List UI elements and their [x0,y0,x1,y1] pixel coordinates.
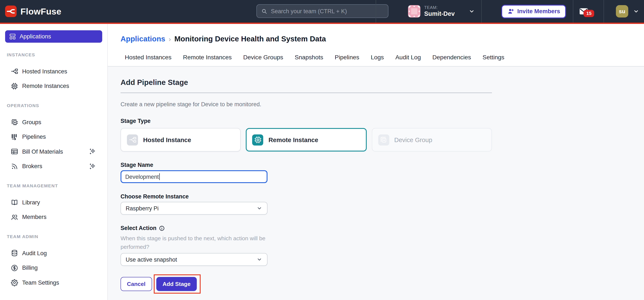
user-plus-icon [507,8,514,15]
tab-settings[interactable]: Settings [482,54,504,61]
section-title: INSTANCES [7,52,107,57]
sidebar-item-audit-log[interactable]: Audit Log [0,246,107,260]
section-title: TEAM ADMIN [7,234,107,239]
sidebar-item-hosted-instances[interactable]: Hosted Instances [0,64,107,79]
select-action-help: When this stage is pushed to the next, w… [120,234,283,251]
breadcrumb: Applications › Monitoring Device Health … [120,35,644,44]
option-label: Device Group [394,136,432,143]
sidebar-item-label: Audit Log [22,250,47,256]
chevron-down-icon [256,205,262,211]
add-pipeline-stage-form: Add Pipeline Stage Create a new pipeline… [108,67,644,293]
tab-dependencies[interactable]: Dependencies [432,54,471,61]
cancel-button[interactable]: Cancel [120,277,152,291]
info-icon[interactable] [159,225,165,231]
sidebar-item-remote-instances[interactable]: Remote Instances [0,79,107,93]
pipelines-icon [11,133,18,141]
stage-type-device-group: Device Group [372,128,492,152]
search-input[interactable] [271,8,384,14]
tab-remote-instances[interactable]: Remote Instances [183,54,232,61]
sidebar: Applications INSTANCES Hosted Instances [0,24,108,300]
section-title: OPERATIONS [7,103,107,108]
pipe-fork-icon [127,134,138,145]
stage-name-input[interactable]: Development [120,170,268,183]
main-header: Applications › Monitoring Device Health … [108,24,644,67]
sidebar-item-pipelines[interactable]: Pipelines [0,129,107,144]
sidebar-item-bill-of-materials[interactable]: Bill Of Materials [0,144,107,159]
invite-members-label: Invite Members [517,8,560,15]
stage-type-label: Stage Type [120,118,492,124]
sidebar-item-label: Bill Of Materials [22,148,63,155]
selected-value: Raspberry Pi [126,205,159,211]
stage-type-remote-instance[interactable]: Remote Instance [246,128,367,152]
book-icon [11,199,18,206]
tab-audit-log[interactable]: Audit Log [395,54,421,61]
team-picker[interactable]: TEAM: Sumit-Dev [408,5,475,18]
sidebar-section-operations: OPERATIONS Groups [0,103,107,174]
main-content: Applications › Monitoring Device Health … [108,24,644,300]
user-menu[interactable]: su [616,5,639,18]
chevron-down-icon [468,8,475,15]
team-name: Sumit-Dev [424,10,455,17]
action-select[interactable]: Use active snapshot [120,253,268,266]
sidebar-item-groups[interactable]: Groups [0,115,107,129]
device-group-icon [378,134,389,145]
tab-pipelines[interactable]: Pipelines [335,54,359,61]
sidebar-item-library[interactable]: Library [0,195,107,210]
sidebar-item-members[interactable]: Members [0,210,107,224]
divider [120,93,492,93]
option-label: Remote Instance [268,136,318,143]
notification-badge: 15 [584,10,594,17]
gear-icon [11,279,18,286]
breadcrumb-separator: › [169,35,171,43]
sidebar-section-instances: INSTANCES Hosted Instances [0,52,107,93]
breadcrumb-applications-link[interactable]: Applications [120,35,165,44]
top-navbar: FlowFuse [0,0,644,24]
sidebar-item-label: Team Settings [22,279,59,286]
sidebar-item-billing[interactable]: Billing [0,260,107,275]
pipe-fork-icon [11,68,18,75]
table-icon [11,148,18,156]
notifications-button[interactable]: 15 [579,0,594,23]
form-description: Create a new pipeline stage for Device t… [120,101,492,107]
rss-icon [11,163,18,170]
add-stage-button[interactable]: Add Stage [156,277,197,291]
sidebar-item-applications[interactable]: Applications [5,30,102,43]
sidebar-item-label: Hosted Instances [22,68,67,75]
invite-members-button[interactable]: Invite Members [501,5,566,18]
sidebar-item-label: Remote Instances [22,83,69,89]
section-title: TEAM MANAGEMENT [7,183,107,188]
team-labels: TEAM: Sumit-Dev [424,5,455,17]
annotation-highlight-box: Add Stage [154,274,201,293]
sparkles-icon [88,163,96,170]
team-avatar [408,5,420,18]
tab-device-groups[interactable]: Device Groups [243,54,283,61]
sidebar-item-label: Pipelines [22,134,46,140]
sidebar-item-label: Brokers [22,163,42,170]
sidebar-item-label: Library [22,199,40,206]
stage-type-options: Hosted Instance Remote Instance [120,128,492,152]
sidebar-item-brokers[interactable]: Brokers [0,159,107,174]
tab-snapshots[interactable]: Snapshots [295,54,323,61]
stage-name-label: Stage Name [120,162,492,168]
divider [604,0,604,23]
divider [376,0,376,23]
app-window: FlowFuse [0,0,644,300]
search-icon [261,8,268,14]
tab-logs[interactable]: Logs [371,54,384,61]
brand[interactable]: FlowFuse [0,6,61,17]
team-label: TEAM: [424,5,455,10]
sidebar-item-label: Billing [22,265,38,271]
navbar-right: TEAM: Sumit-Dev Invite Members [376,0,644,23]
stage-type-hosted-instance[interactable]: Hosted Instance [120,128,241,152]
remote-instance-select[interactable]: Raspberry Pi [120,202,268,215]
device-group-icon [11,118,18,126]
tab-hosted-instances[interactable]: Hosted Instances [125,54,172,61]
users-icon [11,213,18,221]
page-title: Monitoring Device Health and System Data [174,35,326,44]
select-action-label: Select Action [120,225,492,231]
sidebar-item-label: Groups [22,119,41,125]
applications-icon [9,33,16,40]
chevron-down-icon [256,256,262,262]
sidebar-item-team-settings[interactable]: Team Settings [0,275,107,290]
stage-name-value: Development [125,174,159,180]
